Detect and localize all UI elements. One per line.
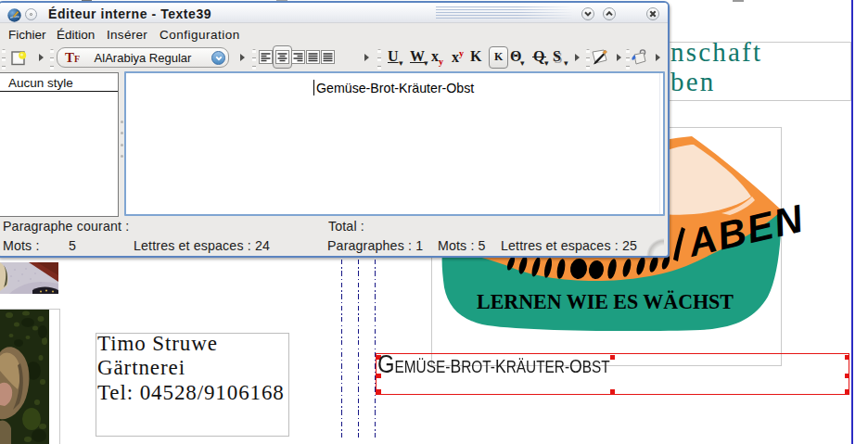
svg-text:LERNEN WIE ES WÄCHST: LERNEN WIE ES WÄCHST [477,289,734,313]
